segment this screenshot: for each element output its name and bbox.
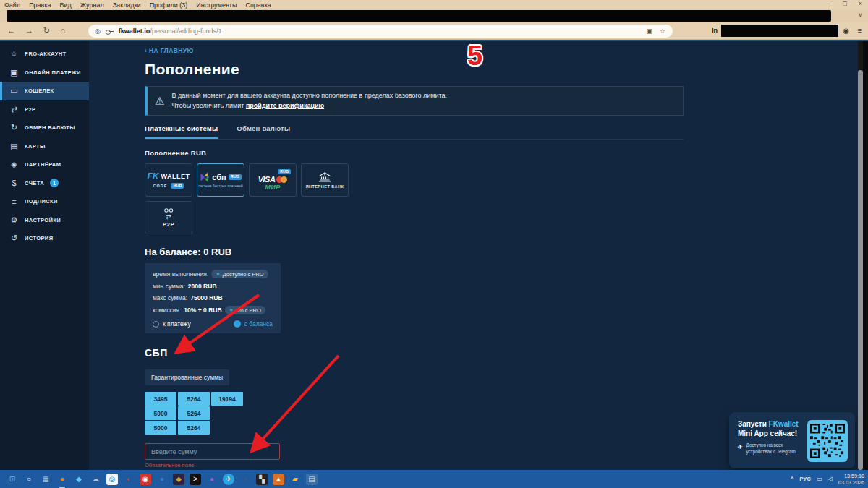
clock[interactable]: 13:59:18 03.03.2026 [838, 473, 864, 486]
sidebar-item-settings[interactable]: ⚙ НАСТРОЙКИ [0, 211, 89, 230]
orange-shield-app-icon[interactable]: ▲ [273, 474, 284, 485]
radio-icon [234, 320, 241, 328]
sidebar-item-p2p[interactable]: ⇄ P2P [0, 100, 89, 119]
start-button[interactable]: ⊞ [7, 474, 18, 485]
radio-to-payment[interactable]: к платежу [153, 320, 191, 328]
bank-icon [318, 172, 331, 182]
alert-line1: В данный момент для вашего аккаунта дост… [171, 91, 447, 101]
amount-input[interactable] [145, 443, 280, 460]
save-page-icon[interactable]: ▣ [646, 27, 652, 35]
close-button[interactable]: × [859, 0, 862, 7]
menu-edit[interactable]: Правка [29, 1, 51, 9]
sidebar-item-accounts[interactable]: $ СЧЕТА 1 [0, 174, 89, 193]
url-text: fkwallet.io/personal/adding-funds/1 [119, 27, 222, 35]
telegram-app-icon[interactable]: ✈ [223, 474, 234, 485]
guaranteed-sums-button[interactable]: Гарантированные суммы [145, 369, 229, 385]
colorful-app-icon[interactable]: ◆ [73, 474, 85, 485]
sidebar-item-partners[interactable]: ◈ ПАРТНЁРАМ [0, 155, 89, 174]
chat-app-icon[interactable]: ● [239, 474, 251, 485]
amount-button[interactable]: 5264 [178, 406, 210, 420]
extension-badge[interactable]: In [712, 27, 718, 34]
language-indicator[interactable]: РУС [799, 476, 811, 482]
forward-icon[interactable]: → [25, 26, 33, 35]
tab-currency-exchange[interactable]: Обмен валюты [237, 124, 290, 139]
scrollbar-thumb[interactable] [858, 70, 863, 470]
gear-icon: ⚙ [9, 215, 19, 225]
amount-button[interactable]: 19194 [211, 392, 243, 406]
sphere-app-icon[interactable]: ● [156, 474, 168, 485]
ring-app-icon[interactable]: ◎ [106, 474, 118, 485]
recorder-app-icon[interactable]: ◉ [140, 474, 151, 485]
pro-badge: ★Доступно с PRO [211, 270, 268, 278]
payment-card-sbp[interactable]: сбп RUB система быстрых платежей [197, 163, 244, 197]
amount-button[interactable]: 5264 [178, 421, 210, 435]
menu-profiles[interactable]: Профили (3) [150, 1, 188, 9]
back-to-home-link[interactable]: ‹ НА ГЛАВНУЮ [145, 47, 858, 54]
sbp-logo [200, 171, 210, 183]
sidebar-item-online-payments[interactable]: ▣ ОНЛАЙН ПЛАТЕЖИ [0, 64, 89, 82]
tab-payment-systems[interactable]: Платёжные системы [145, 124, 218, 139]
sidebar-item-cards[interactable]: ▤ КАРТЫ [0, 137, 89, 156]
tab-list-chevron-icon[interactable]: ∨ [858, 12, 863, 19]
sidebar-item-exchange[interactable]: ↻ ОБМЕН ВАЛЮТЫ [0, 119, 89, 137]
menu-history[interactable]: Журнал [80, 1, 104, 9]
crest-app-icon[interactable]: ◆ [173, 474, 184, 485]
menu-view[interactable]: Вид [60, 1, 72, 9]
menu-help[interactable]: Справка [245, 1, 271, 9]
rub-badge: RUB [171, 183, 184, 189]
shield-icon[interactable]: ◎ [95, 27, 101, 35]
reload-icon[interactable]: ↻ [43, 26, 50, 35]
verification-link[interactable]: пройдите верификацию [246, 102, 324, 109]
amount-button[interactable]: 5264 [178, 392, 210, 406]
pixel-cat-app-icon[interactable]: ▚ [256, 474, 268, 485]
sidebar-item-subscriptions[interactable]: ≡ ПОДПИСКИ [0, 192, 89, 211]
tray-chevron-icon[interactable]: ^ [791, 476, 794, 482]
payment-card-p2p[interactable]: ⇄ P2P [145, 201, 192, 234]
amount-button[interactable]: 3495 [145, 392, 176, 406]
payment-card-visa-mir[interactable]: RUB VISA МИР [249, 163, 297, 197]
notes-app-icon[interactable]: ▤ [306, 474, 318, 485]
screen: Файл Правка Вид Журнал Закладки Профили … [0, 0, 868, 488]
account-icon[interactable]: ◉ [843, 27, 849, 35]
payment-card-internet-bank[interactable]: ИНТЕРНЕТ БАНК [301, 163, 349, 197]
visa-logo: VISA [258, 175, 276, 184]
firefox-app-icon[interactable]: ● [56, 474, 68, 485]
menu-bookmarks[interactable]: Закладки [113, 1, 141, 9]
promo-title: Запусти FKwallet Mini App сейчас! [738, 420, 801, 438]
file-explorer-icon[interactable]: ▰ [289, 474, 301, 485]
menu-tools[interactable]: Инструменты [196, 1, 237, 9]
mir-logo: МИР [265, 184, 280, 191]
half-moon-app-icon[interactable]: ◐ [123, 474, 135, 485]
display-icon[interactable]: ▭ [817, 476, 822, 482]
radio-from-balance[interactable]: с баланса [234, 320, 273, 328]
purple-app-icon[interactable]: ● [206, 474, 218, 485]
telegram-promo-card[interactable]: Запусти FKwallet Mini App сейчас! ✈ Дост… [729, 412, 855, 468]
home-icon[interactable]: ⌂ [60, 26, 65, 35]
rub-badge: RUB [278, 169, 291, 175]
page-scrollbar[interactable] [858, 41, 863, 471]
sidebar-item-history[interactable]: ↺ ИСТОРИЯ [0, 229, 89, 248]
maximize-button[interactable]: □ [843, 0, 846, 7]
back-icon[interactable]: ← [7, 26, 15, 35]
sidebar-item-pro-account[interactable]: ☆ PRO-АККАУНТ [0, 45, 89, 64]
promo-subtitle: Доступно на всех устройствах с Telegram [746, 442, 802, 455]
bookmark-star-icon[interactable]: ☆ [660, 27, 665, 35]
widgets-app-icon[interactable]: ▦ [40, 474, 51, 485]
search-button[interactable]: ○ [23, 474, 35, 485]
key-icon[interactable] [106, 29, 114, 34]
radio-icon [153, 321, 159, 328]
minimize-button[interactable]: – [827, 0, 831, 7]
time: 13:59:18 [838, 473, 864, 479]
payment-methods: FK WALLET CODE RUB [145, 163, 858, 197]
cloud-app-icon[interactable]: ☁ [90, 474, 101, 485]
app-menu-icon[interactable]: ≡ [858, 26, 862, 35]
payment-card-fkwallet[interactable]: FK WALLET CODE RUB [145, 163, 192, 197]
amount-button[interactable]: 5000 [145, 421, 176, 435]
menu-file[interactable]: Файл [4, 1, 20, 9]
amount-button[interactable]: 5000 [145, 406, 176, 420]
volume-icon[interactable]: ◁ [828, 476, 833, 482]
url-bar[interactable]: ◎ fkwallet.io/personal/adding-funds/1 ▣ … [88, 25, 673, 38]
sidebar-item-wallet[interactable]: ▭ КОШЕЛЕК [0, 82, 89, 100]
section-label: Пополнение RUB [145, 149, 858, 157]
terminal-app-icon[interactable]: > [190, 474, 201, 485]
